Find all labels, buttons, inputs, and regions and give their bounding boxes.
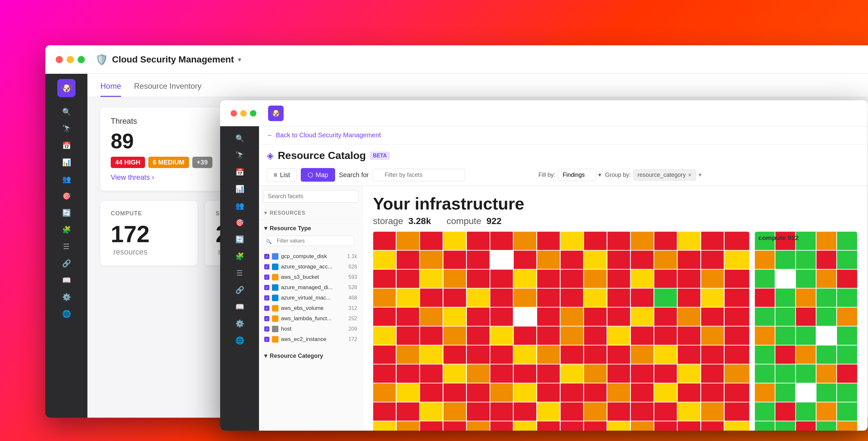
sidebar-item-calendar[interactable]: 📅 <box>59 138 73 153</box>
list-item: ✓ aws_ec2_instance 172 <box>259 334 362 345</box>
front-top: ← Back to Cloud Security Management ◈ Re… <box>259 126 868 186</box>
host-icon <box>272 326 278 332</box>
svg-rect-111 <box>631 345 654 364</box>
filter-by-facets-input[interactable] <box>373 169 465 181</box>
sidebar-item-puzzle[interactable]: 🧩 <box>59 223 73 237</box>
front-sidebar-target[interactable]: 🎯 <box>232 216 247 230</box>
svg-rect-135 <box>443 383 466 402</box>
svg-rect-243 <box>796 402 816 421</box>
tab-resource-inventory[interactable]: Resource Inventory <box>134 82 202 97</box>
chevron-down-icon[interactable]: ▾ <box>238 56 241 63</box>
svg-rect-175 <box>631 421 654 431</box>
close-dot[interactable] <box>56 56 63 63</box>
front-sidebar-binoculars[interactable]: 🔭 <box>232 148 247 162</box>
svg-rect-16 <box>654 231 677 250</box>
svg-rect-242 <box>775 402 795 421</box>
svg-rect-224 <box>816 326 836 345</box>
checkbox-aws-lambda[interactable]: ✓ <box>264 316 269 321</box>
resource-category-title[interactable]: ▾ Resource Category <box>259 350 362 362</box>
svg-rect-212 <box>775 288 795 307</box>
svg-rect-128 <box>654 364 677 383</box>
azure-icon-3 <box>272 295 278 301</box>
front-sidebar-chart[interactable]: 📊 <box>232 182 247 196</box>
front-sidebar-link[interactable]: 🔗 <box>232 283 247 297</box>
front-sidebar-people[interactable]: 👥 <box>232 199 247 213</box>
close-dot-front[interactable] <box>230 110 237 117</box>
search-facets-input[interactable] <box>263 190 359 203</box>
svg-rect-226 <box>755 345 775 364</box>
minimize-dot-front[interactable] <box>240 110 247 117</box>
checkbox-azure-storage[interactable]: ✓ <box>264 264 269 270</box>
front-sidebar-calendar[interactable]: 📅 <box>232 165 247 179</box>
svg-rect-117 <box>396 364 419 383</box>
svg-rect-7 <box>443 231 466 250</box>
front-sidebar-globe[interactable]: 🌐 <box>232 334 247 348</box>
checkbox-aws-ec2[interactable]: ✓ <box>264 337 269 342</box>
sidebar-item-globe[interactable]: 🌐 <box>59 307 73 321</box>
front-sidebar-search[interactable]: 🔍 <box>232 131 247 146</box>
group-by-dropdown-icon[interactable]: ▾ <box>699 171 702 179</box>
svg-rect-232 <box>775 364 795 383</box>
sidebar-item-book[interactable]: 📖 <box>59 273 73 287</box>
svg-rect-39 <box>443 270 466 288</box>
sidebar-item-settings[interactable]: ⚙️ <box>59 290 73 304</box>
svg-rect-21 <box>396 251 419 270</box>
window-title: Cloud Security Management <box>112 54 234 65</box>
group-by-tag-close[interactable]: ✕ <box>688 172 692 178</box>
checkbox-aws-ebs[interactable]: ✓ <box>264 306 269 311</box>
svg-rect-236 <box>755 383 775 402</box>
front-sidebar-settings[interactable]: ⚙️ <box>232 317 247 331</box>
svg-rect-227 <box>775 345 795 364</box>
checkbox-aws-s3[interactable]: ✓ <box>264 275 269 280</box>
sidebar-item-refresh[interactable]: 🔄 <box>59 206 73 220</box>
svg-rect-67 <box>724 288 749 307</box>
storage-treemap <box>373 231 749 431</box>
minimize-dot[interactable] <box>67 56 74 63</box>
map-header: Your infrastructure storage 3.28k comput… <box>363 186 868 231</box>
front-sidebar-puzzle[interactable]: 🧩 <box>232 249 247 263</box>
checkbox-host[interactable]: ✓ <box>264 326 269 332</box>
checkbox-azure-virtual[interactable]: ✓ <box>264 295 269 301</box>
aws-icon-4 <box>272 336 278 343</box>
resource-count: 312 <box>348 305 357 311</box>
sidebar-item-chart[interactable]: 📊 <box>59 155 73 170</box>
svg-rect-77 <box>584 307 607 326</box>
svg-rect-72 <box>467 307 490 326</box>
svg-rect-209 <box>816 270 836 288</box>
sidebar-item-link[interactable]: 🔗 <box>59 256 73 271</box>
front-sidebar-list[interactable]: ☰ <box>232 266 247 280</box>
checkbox-gcp-compute-disk[interactable]: ✓ <box>264 254 269 259</box>
map-view-button[interactable]: ⬡ Map <box>301 168 335 182</box>
category-row: storage 3.28k compute 922 <box>373 216 857 226</box>
sidebar-item-list[interactable]: ☰ <box>59 240 73 254</box>
checkbox-azure-managed[interactable]: ✓ <box>264 285 269 290</box>
resource-label: gcp_compute_disk <box>281 253 327 260</box>
svg-rect-41 <box>490 270 513 288</box>
expand-dot-front[interactable] <box>250 110 256 117</box>
arrow-right-icon: › <box>152 173 154 182</box>
svg-rect-234 <box>816 364 836 383</box>
resource-type-title[interactable]: ▾ Resource Type <box>259 222 362 234</box>
filter-values-input[interactable] <box>267 236 354 246</box>
expand-dot[interactable] <box>78 56 85 63</box>
front-sidebar-book[interactable]: 📖 <box>232 300 247 314</box>
list-view-button[interactable]: ≡ List <box>267 168 297 182</box>
svg-rect-210 <box>837 270 857 288</box>
sidebar-front: 🔍 🔭 📅 📊 👥 🎯 🔄 🧩 ☰ 🔗 📖 ⚙️ 🌐 <box>220 126 259 431</box>
sidebar-item-people[interactable]: 👥 <box>59 172 73 187</box>
svg-rect-208 <box>796 270 816 288</box>
fill-by-select[interactable]: Findings <box>558 169 596 181</box>
list-item: ✓ aws_lambda_funct... 252 <box>259 313 362 324</box>
front-sidebar-refresh[interactable]: 🔄 <box>232 232 247 247</box>
resources-header-label: RESOURCES <box>270 210 305 216</box>
svg-rect-100 <box>373 345 396 364</box>
sidebar-item-target[interactable]: 🎯 <box>59 189 73 203</box>
svg-rect-40 <box>467 270 490 288</box>
svg-rect-126 <box>608 364 630 383</box>
sidebar-item-binoculars[interactable]: 🔭 <box>59 122 73 136</box>
tab-home[interactable]: Home <box>100 82 121 97</box>
back-link[interactable]: ← Back to Cloud Security Management <box>259 126 868 145</box>
resources-header[interactable]: ▾ RESOURCES <box>259 207 362 219</box>
sidebar-item-search[interactable]: 🔍 <box>59 105 73 119</box>
svg-rect-112 <box>654 345 677 364</box>
